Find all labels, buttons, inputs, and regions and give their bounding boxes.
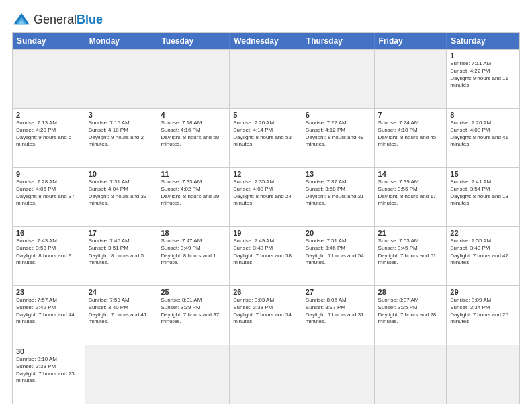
cell-info: Sunrise: 7:43 AM Sunset: 3:53 PM Dayligh… — [16, 238, 81, 267]
cell-date: 15 — [450, 170, 516, 178]
calendar-cell: 4Sunrise: 7:18 AM Sunset: 4:16 PM Daylig… — [157, 109, 230, 167]
calendar-cell: 20Sunrise: 7:51 AM Sunset: 3:46 PM Dayli… — [302, 227, 375, 285]
cell-date: 3 — [89, 111, 154, 119]
cell-date: 7 — [378, 111, 443, 119]
calendar-cell: 5Sunrise: 7:20 AM Sunset: 4:14 PM Daylig… — [230, 109, 302, 167]
page-header: GeneralBlue — [12, 12, 520, 27]
cell-info: Sunrise: 7:33 AM Sunset: 4:02 PM Dayligh… — [161, 179, 226, 208]
calendar-cell: 16Sunrise: 7:43 AM Sunset: 3:53 PM Dayli… — [13, 227, 85, 285]
calendar-cell: 6Sunrise: 7:22 AM Sunset: 4:12 PM Daylig… — [302, 109, 375, 167]
cell-info: Sunrise: 7:41 AM Sunset: 3:54 PM Dayligh… — [450, 179, 516, 208]
cell-info: Sunrise: 7:47 AM Sunset: 3:49 PM Dayligh… — [161, 238, 226, 267]
cell-date: 1 — [450, 52, 516, 60]
day-header-thursday: Thursday — [302, 33, 375, 49]
cell-date: 18 — [161, 229, 226, 237]
day-headers: SundayMondayTuesdayWednesdayThursdayFrid… — [13, 33, 519, 49]
calendar-cell — [85, 50, 158, 108]
cell-date: 14 — [378, 170, 443, 178]
day-header-saturday: Saturday — [447, 33, 519, 49]
cell-date: 25 — [161, 288, 226, 296]
cell-info: Sunrise: 8:07 AM Sunset: 3:35 PM Dayligh… — [378, 297, 443, 326]
cell-date: 11 — [161, 170, 226, 178]
cell-info: Sunrise: 8:01 AM Sunset: 3:39 PM Dayligh… — [161, 297, 226, 326]
calendar-cell — [157, 345, 230, 404]
calendar-row-1: 2Sunrise: 7:13 AM Sunset: 4:20 PM Daylig… — [13, 108, 519, 167]
day-header-monday: Monday — [85, 33, 158, 49]
calendar-cell: 28Sunrise: 8:07 AM Sunset: 3:35 PM Dayli… — [375, 286, 447, 345]
cell-date: 21 — [378, 229, 443, 237]
cell-date: 12 — [233, 170, 298, 178]
calendar-cell: 11Sunrise: 7:33 AM Sunset: 4:02 PM Dayli… — [157, 168, 230, 226]
cell-info: Sunrise: 8:10 AM Sunset: 3:33 PM Dayligh… — [16, 356, 81, 385]
cell-info: Sunrise: 7:28 AM Sunset: 4:06 PM Dayligh… — [16, 179, 81, 208]
cell-date: 19 — [233, 229, 298, 237]
calendar-cell — [157, 50, 230, 108]
calendar-cell — [13, 50, 85, 108]
cell-info: Sunrise: 8:05 AM Sunset: 3:37 PM Dayligh… — [306, 297, 371, 326]
calendar-cell: 14Sunrise: 7:39 AM Sunset: 3:56 PM Dayli… — [375, 168, 447, 226]
cell-info: Sunrise: 7:59 AM Sunset: 3:40 PM Dayligh… — [89, 297, 154, 326]
day-header-wednesday: Wednesday — [230, 33, 302, 49]
calendar-cell — [85, 345, 158, 404]
cell-date: 22 — [450, 229, 516, 237]
calendar-cell: 24Sunrise: 7:59 AM Sunset: 3:40 PM Dayli… — [85, 286, 158, 345]
calendar-cell: 15Sunrise: 7:41 AM Sunset: 3:54 PM Dayli… — [447, 168, 519, 226]
cell-date: 2 — [16, 111, 81, 119]
cell-date: 4 — [161, 111, 226, 119]
calendar-cell — [447, 345, 519, 404]
cell-info: Sunrise: 7:37 AM Sunset: 3:58 PM Dayligh… — [306, 179, 371, 208]
logo-text: GeneralBlue — [34, 13, 103, 27]
calendar-cell: 7Sunrise: 7:24 AM Sunset: 4:10 PM Daylig… — [375, 109, 447, 167]
calendar-row-4: 23Sunrise: 7:57 AM Sunset: 3:42 PM Dayli… — [13, 285, 519, 345]
calendar: SundayMondayTuesdayWednesdayThursdayFrid… — [12, 32, 520, 404]
calendar-cell — [375, 345, 447, 404]
calendar-cell: 22Sunrise: 7:55 AM Sunset: 3:43 PM Dayli… — [447, 227, 519, 285]
calendar-cell: 18Sunrise: 7:47 AM Sunset: 3:49 PM Dayli… — [157, 227, 230, 285]
calendar-cell: 1Sunrise: 7:11 AM Sunset: 4:22 PM Daylig… — [447, 50, 519, 108]
cell-info: Sunrise: 7:51 AM Sunset: 3:46 PM Dayligh… — [306, 238, 371, 267]
cell-date: 24 — [89, 288, 154, 296]
calendar-cell: 3Sunrise: 7:15 AM Sunset: 4:18 PM Daylig… — [85, 109, 158, 167]
cell-date: 29 — [450, 288, 516, 296]
calendar-cell: 26Sunrise: 8:03 AM Sunset: 3:38 PM Dayli… — [230, 286, 302, 345]
cell-date: 16 — [16, 229, 81, 237]
cell-date: 17 — [89, 229, 154, 237]
cell-date: 30 — [16, 347, 81, 355]
cell-info: Sunrise: 7:24 AM Sunset: 4:10 PM Dayligh… — [378, 120, 443, 148]
calendar-cell: 19Sunrise: 7:49 AM Sunset: 3:48 PM Dayli… — [230, 227, 302, 285]
calendar-cell: 13Sunrise: 7:37 AM Sunset: 3:58 PM Dayli… — [302, 168, 375, 226]
cell-info: Sunrise: 8:09 AM Sunset: 3:34 PM Dayligh… — [450, 297, 516, 326]
cell-info: Sunrise: 7:11 AM Sunset: 4:22 PM Dayligh… — [450, 60, 516, 89]
cell-date: 20 — [306, 229, 371, 237]
day-header-tuesday: Tuesday — [157, 33, 230, 49]
day-header-sunday: Sunday — [13, 33, 85, 49]
calendar-cell: 8Sunrise: 7:26 AM Sunset: 4:08 PM Daylig… — [447, 109, 519, 167]
cell-date: 27 — [306, 288, 371, 296]
calendar-cell: 30Sunrise: 8:10 AM Sunset: 3:33 PM Dayli… — [13, 345, 85, 404]
cell-info: Sunrise: 7:18 AM Sunset: 4:16 PM Dayligh… — [161, 120, 226, 148]
cell-info: Sunrise: 7:35 AM Sunset: 4:00 PM Dayligh… — [233, 179, 298, 208]
calendar-row-3: 16Sunrise: 7:43 AM Sunset: 3:53 PM Dayli… — [13, 226, 519, 285]
calendar-row-5: 30Sunrise: 8:10 AM Sunset: 3:33 PM Dayli… — [13, 345, 519, 404]
calendar-cell: 27Sunrise: 8:05 AM Sunset: 3:37 PM Dayli… — [302, 286, 375, 345]
calendar-row-0: 1Sunrise: 7:11 AM Sunset: 4:22 PM Daylig… — [13, 49, 519, 108]
cell-date: 6 — [306, 111, 371, 119]
cell-info: Sunrise: 7:39 AM Sunset: 3:56 PM Dayligh… — [378, 179, 443, 208]
cell-date: 13 — [306, 170, 371, 178]
calendar-cell: 9Sunrise: 7:28 AM Sunset: 4:06 PM Daylig… — [13, 168, 85, 226]
cell-date: 9 — [16, 170, 81, 178]
calendar-cell — [230, 345, 302, 404]
cell-info: Sunrise: 8:03 AM Sunset: 3:38 PM Dayligh… — [233, 297, 298, 326]
cell-info: Sunrise: 7:55 AM Sunset: 3:43 PM Dayligh… — [450, 238, 516, 267]
calendar-cell: 10Sunrise: 7:31 AM Sunset: 4:04 PM Dayli… — [85, 168, 158, 226]
day-header-friday: Friday — [375, 33, 447, 49]
calendar-cell: 21Sunrise: 7:53 AM Sunset: 3:45 PM Dayli… — [375, 227, 447, 285]
logo: GeneralBlue — [12, 12, 103, 27]
cell-info: Sunrise: 7:26 AM Sunset: 4:08 PM Dayligh… — [450, 120, 516, 148]
calendar-cell: 23Sunrise: 7:57 AM Sunset: 3:42 PM Dayli… — [13, 286, 85, 345]
calendar-cell: 17Sunrise: 7:45 AM Sunset: 3:51 PM Dayli… — [85, 227, 158, 285]
calendar-cell — [302, 50, 375, 108]
cell-info: Sunrise: 7:45 AM Sunset: 3:51 PM Dayligh… — [89, 238, 154, 267]
cell-info: Sunrise: 7:31 AM Sunset: 4:04 PM Dayligh… — [89, 179, 154, 208]
cell-date: 23 — [16, 288, 81, 296]
